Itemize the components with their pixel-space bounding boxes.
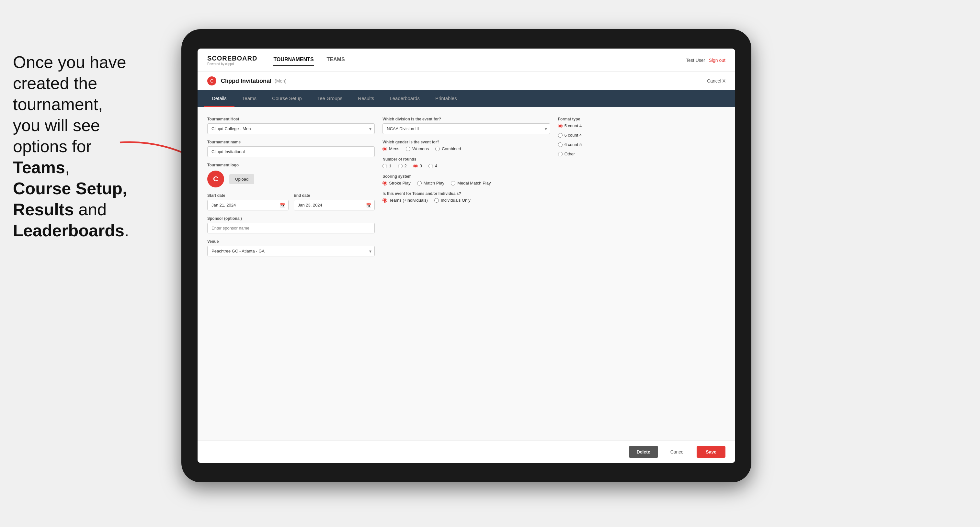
tab-bar: Details Teams Course Setup Tee Groups Re… (197, 90, 735, 107)
nav-link-tournaments[interactable]: TOURNAMENTS (273, 54, 313, 66)
user-name-text: Test User | (686, 58, 709, 63)
sign-out-link[interactable]: Sign out (709, 58, 725, 63)
nav-links: TOURNAMENTS TEAMS (273, 54, 686, 66)
teams-radio-group: Teams (+Individuals) Individuals Only (382, 198, 550, 203)
rounds-radio-2[interactable]: 2 (398, 163, 407, 168)
format-radio-5count4-input[interactable] (558, 124, 563, 128)
venue-group: Venue Peachtree GC - Atlanta - GA (207, 239, 375, 256)
gender-womens-label: Womens (412, 146, 429, 151)
calendar-icon-end: 📅 (366, 203, 371, 208)
end-date-input[interactable] (294, 200, 375, 210)
scoring-match-label: Match Play (423, 181, 444, 186)
scoring-radio-match-input[interactable] (417, 181, 422, 186)
format-label: Format type (558, 117, 725, 121)
tab-leaderboards[interactable]: Leaderboards (382, 90, 428, 107)
rounds-radio-1[interactable]: 1 (382, 163, 391, 168)
tab-course-setup[interactable]: Course Setup (264, 90, 310, 107)
tournament-title: Clippd Invitational (221, 78, 271, 84)
end-date-wrapper: 📅 (294, 200, 375, 210)
rounds-radio-1-input[interactable] (382, 164, 387, 168)
rounds-4-label: 4 (435, 163, 437, 168)
scoring-radio-group: Stroke Play Match Play Medal Match Play (382, 181, 550, 186)
gender-radio-group: Mens Womens Combined (382, 146, 550, 151)
format-radio-6count5[interactable]: 6 count 5 (558, 142, 725, 147)
format-radio-5count4[interactable]: 5 count 4 (558, 123, 725, 128)
gender-mens-label: Mens (389, 146, 399, 151)
format-group: Format type 5 count 4 6 count 4 (558, 117, 725, 156)
date-row: Start date 📅 End date 📅 (207, 193, 375, 210)
rounds-label: Number of rounds (382, 157, 550, 162)
venue-select[interactable]: Peachtree GC - Atlanta - GA (207, 246, 375, 256)
format-radio-6count4-input[interactable] (558, 133, 563, 138)
cancel-header-button[interactable]: Cancel X (707, 78, 725, 84)
scoring-radio-stroke-input[interactable] (382, 181, 387, 186)
sponsor-label: Sponsor (optional) (207, 216, 375, 221)
teams-radio-individuals-input[interactable] (434, 198, 439, 203)
tab-tee-groups[interactable]: Tee Groups (310, 90, 350, 107)
format-radio-other-input[interactable] (558, 152, 563, 156)
tab-results[interactable]: Results (350, 90, 382, 107)
gender-radio-mens-input[interactable] (382, 147, 387, 151)
tab-printables[interactable]: Printables (428, 90, 465, 107)
cancel-button[interactable]: Cancel (663, 446, 692, 458)
format-radio-other[interactable]: Other (558, 151, 725, 156)
nav-link-teams[interactable]: TEAMS (327, 54, 345, 66)
rounds-1-label: 1 (389, 163, 391, 168)
form-col-2: Which division is the event for? NCAA Di… (382, 117, 550, 256)
start-date-input[interactable] (207, 200, 288, 210)
gender-radio-womens-input[interactable] (406, 147, 410, 151)
text-line4: you will see (13, 116, 100, 135)
save-button[interactable]: Save (697, 446, 725, 458)
host-select[interactable]: Clippd College - Men (207, 123, 375, 134)
rounds-radio-4-input[interactable] (428, 164, 433, 168)
text-bold3: Results (13, 200, 74, 219)
nav-user: Test User | Sign out (686, 58, 725, 63)
rounds-radio-3-input[interactable] (413, 164, 418, 168)
form-grid: Tournament Host Clippd College - Men Tou… (207, 117, 725, 256)
gender-radio-womens[interactable]: Womens (406, 146, 429, 151)
teams-individuals-label: Individuals Only (441, 198, 471, 203)
top-navigation: SCOREBOARD Powered by clippd TOURNAMENTS… (197, 49, 735, 72)
teams-radio-teams[interactable]: Teams (+Individuals) (382, 198, 428, 203)
division-select[interactable]: NCAA Division III (382, 123, 550, 134)
tablet-screen: SCOREBOARD Powered by clippd TOURNAMENTS… (197, 49, 735, 463)
rounds-group: Number of rounds 1 2 (382, 157, 550, 168)
text-bold2: Course Setup, (13, 179, 127, 198)
gender-group: Which gender is the event for? Mens Wome… (382, 140, 550, 151)
scoring-radio-stroke[interactable]: Stroke Play (382, 181, 410, 186)
name-input[interactable] (207, 146, 375, 157)
logo-upload-area: C Upload (207, 171, 375, 187)
scoring-radio-medal-input[interactable] (451, 181, 455, 186)
rounds-radio-2-input[interactable] (398, 164, 402, 168)
rounds-radio-3[interactable]: 3 (413, 163, 422, 168)
teams-radio-individuals[interactable]: Individuals Only (434, 198, 471, 203)
scoring-radio-match[interactable]: Match Play (417, 181, 444, 186)
format-other-label: Other (565, 151, 575, 156)
name-group: Tournament name (207, 140, 375, 157)
upload-button[interactable]: Upload (229, 174, 254, 184)
action-bar: Delete Cancel Save (197, 441, 735, 463)
back-button[interactable]: C (207, 76, 216, 86)
format-radio-6count4[interactable]: 6 count 4 (558, 133, 725, 138)
format-radio-6count5-input[interactable] (558, 143, 563, 147)
gender-combined-label: Combined (442, 146, 461, 151)
tournament-subtitle: (Men) (275, 78, 286, 84)
tab-teams[interactable]: Teams (234, 90, 264, 107)
logo-label: Tournament logo (207, 163, 375, 167)
scoring-label: Scoring system (382, 174, 550, 179)
gender-radio-combined-input[interactable] (435, 147, 440, 151)
rounds-2-label: 2 (404, 163, 407, 168)
gender-radio-combined[interactable]: Combined (435, 146, 461, 151)
logo-circle: C (207, 171, 224, 187)
scoring-radio-medal[interactable]: Medal Match Play (451, 181, 491, 186)
tab-details[interactable]: Details (204, 90, 234, 107)
gender-radio-mens[interactable]: Mens (382, 146, 399, 151)
teams-radio-teams-input[interactable] (382, 198, 387, 203)
delete-button[interactable]: Delete (629, 446, 658, 458)
text-bold4: Leaderboards (13, 221, 124, 240)
start-date-label: Start date (207, 193, 288, 198)
logo-group: Tournament logo C Upload (207, 163, 375, 187)
sponsor-input[interactable] (207, 223, 375, 233)
scoring-medal-label: Medal Match Play (457, 181, 491, 186)
rounds-radio-4[interactable]: 4 (428, 163, 437, 168)
